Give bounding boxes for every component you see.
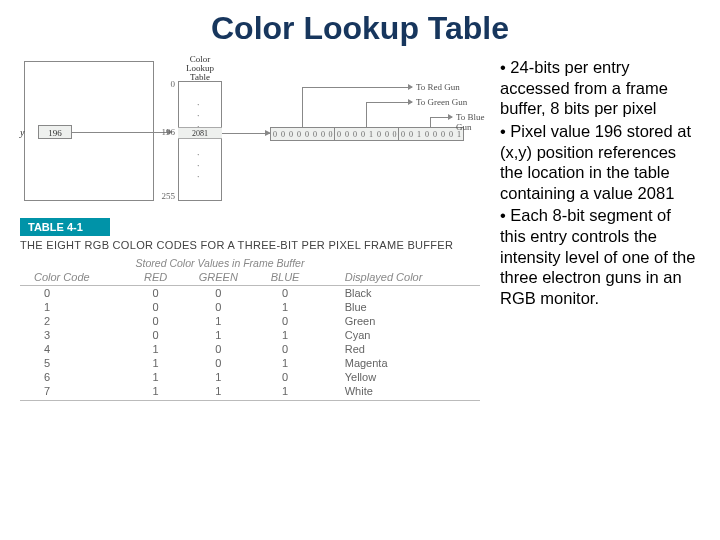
bullet-1: • 24-bits per entry accessed from a fram… [500, 57, 700, 119]
table-row: 2010Green [20, 314, 480, 328]
bit-cell: 0 [447, 128, 455, 140]
green-gun-label: To Green Gun [416, 97, 467, 107]
bit-cell: 0 [295, 128, 303, 140]
table-row: 4100Red [20, 342, 480, 356]
table-row: 0000Black [20, 286, 480, 301]
lookup-diagram: y 196 Color Lookup Table 0 196 255 ··· ·… [20, 57, 490, 207]
arrow-to-bits [222, 133, 270, 134]
table-cell: 1 [255, 300, 314, 314]
dots-icon: ··· [197, 149, 200, 182]
th-blue: BLUE [255, 269, 314, 286]
bit-cell: 0 [399, 128, 407, 140]
table-cell: 5 [20, 356, 130, 370]
table-cell: 1 [181, 328, 255, 342]
left-column: y 196 Color Lookup Table 0 196 255 ··· ·… [20, 57, 490, 401]
bullet-2: • Pixel value 196 stored at (x,y) positi… [500, 121, 700, 204]
table-cell: 1 [255, 356, 314, 370]
th-disp: Displayed Color [315, 269, 480, 286]
table-cell: 1 [130, 384, 181, 401]
table-cell: 0 [130, 314, 181, 328]
red-gun-label: To Red Gun [416, 82, 460, 92]
table-cell: 0 [20, 286, 130, 301]
table-cell: 0 [255, 370, 314, 384]
content-row: y 196 Color Lookup Table 0 196 255 ··· ·… [20, 57, 700, 401]
table-cell: 1 [130, 356, 181, 370]
table-cell: 1 [130, 342, 181, 356]
table-row: 5101Magenta [20, 356, 480, 370]
table-cell: 0 [130, 286, 181, 301]
bit-cell: 1 [367, 128, 375, 140]
entry-row: 2081 [178, 127, 222, 139]
bit-cell: 0 [383, 128, 391, 140]
bullet-list: • 24-bits per entry accessed from a fram… [500, 57, 700, 401]
red-seg-line [302, 87, 303, 127]
green-seg-line [366, 102, 367, 127]
pixel-value-box: 196 [38, 125, 72, 139]
index-0: 0 [155, 79, 175, 89]
bit-cell: 0 [319, 128, 327, 140]
bit-cell: 0 [407, 128, 415, 140]
table-cell: 1 [130, 370, 181, 384]
table-cell: 0 [181, 356, 255, 370]
table-cell: 4 [20, 342, 130, 356]
table-cell: Blue [315, 300, 480, 314]
bit-cell: 0 [327, 128, 335, 140]
table-cell: Magenta [315, 356, 480, 370]
bit-cell: 0 [271, 128, 279, 140]
bit-cell: 0 [351, 128, 359, 140]
table-cell: 1 [20, 300, 130, 314]
green-arrow [366, 102, 412, 103]
index-255: 255 [155, 191, 175, 201]
table-cell: White [315, 384, 480, 401]
bit-cell: 1 [415, 128, 423, 140]
table-cell: 0 [181, 342, 255, 356]
index-196: 196 [155, 127, 175, 137]
red-arrow [302, 87, 412, 88]
bit-cell: 0 [431, 128, 439, 140]
color-codes-table: Color Code RED GREEN BLUE Displayed Colo… [20, 269, 480, 401]
table-row: 1001Blue [20, 300, 480, 314]
y-label: y [20, 127, 24, 138]
bit-cell: 0 [439, 128, 447, 140]
table-cell: 3 [20, 328, 130, 342]
table-cell: Red [315, 342, 480, 356]
bit-cell: 0 [287, 128, 295, 140]
table-cell: Yellow [315, 370, 480, 384]
table-cell: Green [315, 314, 480, 328]
table-cell: 0 [130, 300, 181, 314]
table-cell: 0 [255, 286, 314, 301]
th-red: RED [130, 269, 181, 286]
bit-cell: 0 [343, 128, 351, 140]
bits-register: 000000000000100000100001 [270, 127, 464, 141]
table-cell: 0 [181, 300, 255, 314]
table-cell: 1 [181, 314, 255, 328]
blue-seg-line [430, 117, 431, 127]
table-row: 7111White [20, 384, 480, 401]
blue-arrow [430, 117, 452, 118]
table-cell: 0 [130, 328, 181, 342]
table-cell: 0 [255, 314, 314, 328]
table-subhead: Stored Color Values in Frame Buffer [80, 257, 360, 269]
bit-cell: 0 [359, 128, 367, 140]
blue-gun-label: To Blue Gun [456, 112, 490, 132]
page-title: Color Lookup Table [20, 10, 700, 47]
table-4-1: TABLE 4-1 THE EIGHT RGB COLOR CODES FOR … [20, 217, 480, 401]
table-cell: 1 [255, 328, 314, 342]
bit-cell: 0 [311, 128, 319, 140]
clt-label: Color Lookup Table [170, 55, 230, 82]
table-badge: TABLE 4-1 [20, 218, 110, 236]
bit-cell: 0 [279, 128, 287, 140]
table-cell: Black [315, 286, 480, 301]
table-cell: 1 [181, 370, 255, 384]
slide: Color Lookup Table y 196 Color Lookup Ta… [0, 0, 720, 540]
table-row: 6110Yellow [20, 370, 480, 384]
table-row: 3011Cyan [20, 328, 480, 342]
table-cell: 7 [20, 384, 130, 401]
table-cell: 2 [20, 314, 130, 328]
th-code: Color Code [20, 269, 130, 286]
table-cell: 0 [255, 342, 314, 356]
bit-cell: 0 [375, 128, 383, 140]
table-cell: 1 [255, 384, 314, 401]
th-green: GREEN [181, 269, 255, 286]
lookup-table-box [178, 81, 222, 201]
